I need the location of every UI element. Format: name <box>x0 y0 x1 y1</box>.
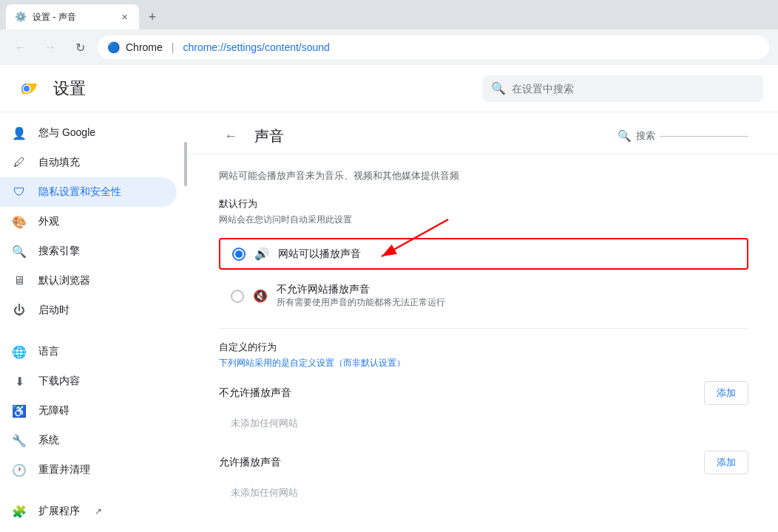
no-sound-empty-text: 未添加任何网站 <box>219 411 748 436</box>
page-header: ← 声音 🔍 搜索 <box>189 112 778 154</box>
browser-name: Chrome <box>126 41 163 53</box>
external-link-icon: ↗ <box>95 506 102 516</box>
sidebar-item-default-browser[interactable]: 🖥 默认浏览器 <box>0 266 177 296</box>
sound-on-icon: 🔊 <box>254 247 269 261</box>
description-text: 网站可能会播放声音来为音乐、视频和其他媒体提供音频 <box>219 169 748 183</box>
edit-icon: 🖊 <box>12 155 27 170</box>
global-search-icon: 🔍 <box>491 81 506 95</box>
default-behavior-subtitle: 网站会在您访问时自动采用此设置 <box>219 214 748 226</box>
sidebar-item-google[interactable]: 👤 您与 Google <box>0 118 177 148</box>
browser-icon: 🖥 <box>12 273 27 288</box>
back-button[interactable]: ← <box>9 35 33 59</box>
allow-sound-section: 允许播放声音 添加 未添加任何网站 <box>219 451 748 505</box>
no-sound-section: 不允许播放声音 添加 未添加任何网站 <box>219 381 748 436</box>
sidebar-item-language[interactable]: 🌐 语言 <box>0 337 177 366</box>
forward-button[interactable]: → <box>38 35 62 59</box>
sidebar-item-accessibility[interactable]: ♿ 无障碍 <box>0 396 177 426</box>
no-sound-section-header: 不允许播放声音 添加 <box>219 381 748 405</box>
page-search[interactable]: 🔍 搜索 <box>618 129 748 143</box>
wrench-icon: 🔧 <box>12 433 27 448</box>
divider <box>219 328 748 329</box>
shield-icon: 🛡 <box>12 185 27 200</box>
page-title: 声音 <box>254 126 606 146</box>
person-icon: 👤 <box>12 126 27 140</box>
annotation-container: 🔊 网站可以播放声音 <box>219 238 748 270</box>
chrome-logo <box>15 77 38 100</box>
custom-behavior-title: 自定义的行为 <box>219 341 748 354</box>
sidebar-item-appearance[interactable]: 🎨 外观 <box>0 207 177 236</box>
new-tab-button[interactable]: + <box>142 7 163 27</box>
sidebar: 👤 您与 Google 🖊 自动填充 🛡 隐私设置和安全性 🎨 外观 <box>0 112 189 532</box>
tab-title: 设置 - 声音 <box>33 11 112 24</box>
accessibility-icon: ♿ <box>12 403 27 418</box>
allow-sound-add-button[interactable]: 添加 <box>704 451 748 474</box>
address-separator: | <box>172 41 175 53</box>
page-search-label: 搜索 <box>636 129 655 143</box>
allow-sound-radio[interactable] <box>232 248 246 261</box>
global-search-input[interactable] <box>512 83 754 95</box>
main-content: ← 声音 🔍 搜索 网站可能会播放声音来为音乐、视频和其他媒体提供音频 默认行为… <box>189 112 778 532</box>
palette-icon: 🎨 <box>12 214 27 229</box>
search-icon: 🔍 <box>12 244 27 259</box>
app-body: 👤 您与 Google 🖊 自动填充 🛡 隐私设置和安全性 🎨 外观 <box>0 112 778 532</box>
address-url: chrome://settings/content/sound <box>183 41 329 53</box>
clock-icon: 🕐 <box>12 463 27 477</box>
address-bar[interactable]: 🔵 Chrome | chrome://settings/content/sou… <box>98 35 769 59</box>
tab-bar: ⚙️ 设置 - 声音 ✕ + <box>0 0 778 30</box>
reload-button[interactable]: ↻ <box>68 35 92 59</box>
tab-close-button[interactable]: ✕ <box>118 11 130 23</box>
power-icon: ⏻ <box>12 303 27 318</box>
download-icon: ⬇ <box>12 374 27 389</box>
block-sound-radio[interactable] <box>231 290 244 303</box>
no-sound-label: 不允许播放声音 <box>219 386 291 400</box>
sidebar-scrollbar <box>184 142 187 186</box>
active-tab[interactable]: ⚙️ 设置 - 声音 ✕ <box>6 4 139 30</box>
global-search-box[interactable]: 🔍 <box>482 75 763 102</box>
page-search-icon: 🔍 <box>618 129 632 143</box>
sidebar-item-startup[interactable]: ⏻ 启动时 <box>0 296 177 325</box>
svg-point-3 <box>24 86 30 92</box>
sidebar-item-about[interactable]: ℹ 关于 Chrome <box>0 526 177 532</box>
allow-sound-empty-text: 未添加任何网站 <box>219 480 748 505</box>
allow-sound-label: 允许播放声音 <box>219 456 281 469</box>
sidebar-item-search-engine[interactable]: 🔍 搜索引擎 <box>0 236 177 266</box>
sidebar-item-privacy[interactable]: 🛡 隐私设置和安全性 <box>0 177 177 207</box>
block-sound-option[interactable]: 🔇 不允许网站播放声音 所有需要使用声音的功能都将无法正常运行 <box>219 276 748 316</box>
allow-sound-option[interactable]: 🔊 网站可以播放声音 <box>219 238 748 270</box>
sidebar-item-extensions[interactable]: 🧩 扩展程序 ↗ <box>0 497 177 526</box>
sidebar-item-autofill[interactable]: 🖊 自动填充 <box>0 148 177 177</box>
content-inner: 网站可能会播放声音来为音乐、视频和其他媒体提供音频 默认行为 网站会在您访问时自… <box>189 154 778 532</box>
settings-app: 设置 🔍 👤 您与 Google 🖊 自动填充 <box>0 65 778 532</box>
sidebar-item-downloads[interactable]: ⬇ 下载内容 <box>0 366 177 396</box>
puzzle-icon: 🧩 <box>12 504 27 519</box>
address-favicon: 🔵 <box>107 41 120 53</box>
sidebar-item-system[interactable]: 🔧 系统 <box>0 426 177 455</box>
app-header: 设置 🔍 <box>0 65 778 112</box>
search-underline <box>660 136 748 137</box>
sidebar-item-reset[interactable]: 🕐 重置并清理 <box>0 455 177 485</box>
custom-behavior-subtitle: 下列网站采用的是自定义设置（而非默认设置） <box>219 357 748 369</box>
no-sound-add-button[interactable]: 添加 <box>704 381 748 405</box>
sound-off-icon: 🔇 <box>253 289 268 303</box>
content-back-button[interactable]: ← <box>219 124 243 148</box>
default-behavior-title: 默认行为 <box>219 197 748 211</box>
globe-icon: 🌐 <box>12 344 27 359</box>
allow-sound-section-header: 允许播放声音 添加 <box>219 451 748 474</box>
app-title: 设置 <box>53 78 86 100</box>
toolbar: ← → ↻ 🔵 Chrome | chrome://settings/conte… <box>0 30 778 65</box>
tab-favicon: ⚙️ <box>15 11 27 23</box>
